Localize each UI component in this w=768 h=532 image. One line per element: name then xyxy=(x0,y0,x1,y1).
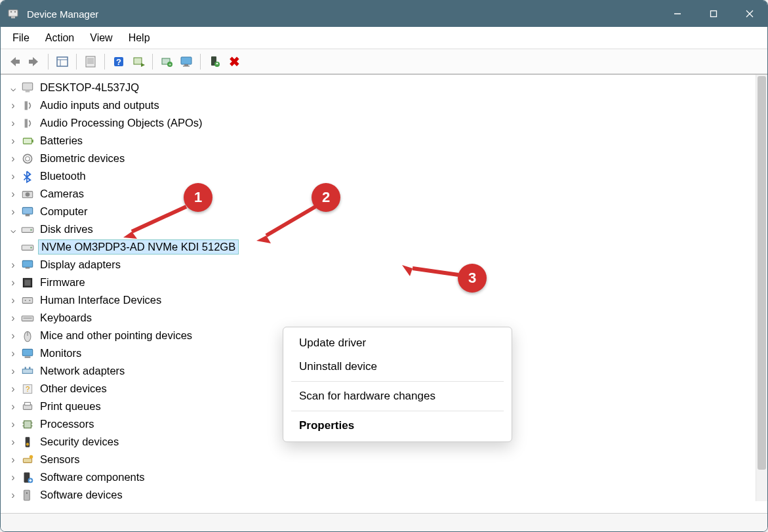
svg-rect-13 xyxy=(86,56,95,67)
category-node[interactable]: Batteries xyxy=(7,132,765,150)
svg-rect-50 xyxy=(22,297,32,303)
chevron-right-icon[interactable] xyxy=(7,312,19,324)
chevron-right-icon[interactable] xyxy=(7,259,19,271)
category-label: Processors xyxy=(39,417,96,431)
ctx-uninstall-device[interactable]: Uninstall device xyxy=(283,355,512,379)
category-node[interactable]: Audio inputs and outputs xyxy=(7,96,765,114)
root-node[interactable]: DESKTOP-4L537JQ xyxy=(7,79,765,96)
chevron-right-icon[interactable] xyxy=(7,135,19,147)
category-node[interactable]: Human Interface Devices xyxy=(7,291,765,309)
minimize-button[interactable] xyxy=(659,1,695,27)
category-icon xyxy=(20,169,35,184)
svg-rect-26 xyxy=(183,66,190,67)
svg-rect-25 xyxy=(184,64,188,66)
chevron-right-icon[interactable] xyxy=(7,188,19,200)
show-hide-console-button[interactable] xyxy=(52,52,72,71)
chevron-right-icon[interactable] xyxy=(7,383,19,395)
chevron-right-icon[interactable] xyxy=(7,153,19,165)
category-label: Biometric devices xyxy=(39,152,126,165)
svg-point-3 xyxy=(14,11,16,13)
category-icon xyxy=(20,293,35,308)
category-icon xyxy=(20,329,35,343)
content-pane: DESKTOP-4L537JQ Audio inputs and outputs… xyxy=(1,74,767,513)
scan-hardware-button[interactable] xyxy=(129,52,148,71)
chevron-right-icon[interactable] xyxy=(7,117,19,129)
device-nvme[interactable]: NVMe OM3PDP3-AD NVMe KDI 512GB xyxy=(7,238,765,256)
chevron-right-icon[interactable] xyxy=(7,401,19,413)
category-label: Computer xyxy=(39,205,89,218)
category-node[interactable]: Biometric devices xyxy=(7,150,765,167)
category-node[interactable]: Firmware xyxy=(7,274,765,291)
chevron-down-icon[interactable] xyxy=(7,82,19,94)
menu-action[interactable]: Action xyxy=(37,30,82,47)
category-label: Network adapters xyxy=(39,364,126,378)
category-icon xyxy=(20,364,35,379)
category-node[interactable]: Audio Processing Objects (APOs) xyxy=(7,114,765,132)
category-label: Firmware xyxy=(39,276,87,289)
disk-drive-icon xyxy=(20,240,35,255)
annotation-badge-1: 1 xyxy=(184,183,212,212)
category-node[interactable]: Cameras xyxy=(7,185,765,203)
svg-rect-49 xyxy=(25,279,31,285)
ctx-scan-changes[interactable]: Scan for hardware changes xyxy=(283,384,512,408)
category-node[interactable]: Display adapters xyxy=(7,256,765,274)
menu-view[interactable]: View xyxy=(82,30,120,47)
app-icon xyxy=(7,7,20,20)
x-icon: ✖ xyxy=(229,54,240,70)
category-node[interactable]: Software devices xyxy=(7,486,765,504)
update-driver-button[interactable]: + xyxy=(157,52,176,71)
monitor-button[interactable] xyxy=(176,52,196,71)
svg-rect-47 xyxy=(26,267,30,268)
properties-button[interactable] xyxy=(81,52,100,71)
close-button[interactable] xyxy=(731,1,767,27)
chevron-right-icon[interactable] xyxy=(7,348,19,359)
device-tree[interactable]: DESKTOP-4L537JQ Audio inputs and outputs… xyxy=(1,75,767,513)
uninstall-device-button[interactable]: ✖ xyxy=(224,52,244,71)
svg-point-45 xyxy=(30,247,32,249)
category-node[interactable]: Computer xyxy=(7,203,765,220)
chevron-right-icon[interactable] xyxy=(7,295,19,306)
toolbar-separator xyxy=(48,54,49,70)
chevron-right-icon[interactable] xyxy=(7,419,19,430)
scroll-thumb[interactable] xyxy=(758,76,766,470)
category-node[interactable]: Software components xyxy=(7,468,765,486)
chevron-down-icon[interactable] xyxy=(7,224,19,235)
category-label: Keyboards xyxy=(39,311,93,325)
category-icon xyxy=(20,276,35,290)
back-button[interactable] xyxy=(5,52,24,71)
help-button[interactable]: ? xyxy=(109,52,129,71)
svg-rect-46 xyxy=(22,260,32,267)
category-icon xyxy=(20,417,35,432)
chevron-right-icon[interactable] xyxy=(7,330,19,342)
category-label: Mice and other pointing devices xyxy=(39,329,193,342)
forward-button[interactable] xyxy=(24,52,44,71)
enable-device-button[interactable] xyxy=(205,52,224,71)
category-node[interactable]: Keyboards xyxy=(7,309,765,327)
menu-file[interactable]: File xyxy=(5,30,37,47)
chevron-right-icon[interactable] xyxy=(7,472,19,483)
chevron-right-icon[interactable] xyxy=(7,454,19,466)
chevron-right-icon[interactable] xyxy=(7,171,19,182)
chevron-right-icon[interactable] xyxy=(7,365,19,377)
ctx-properties[interactable]: Properties xyxy=(283,414,512,438)
chevron-right-icon[interactable] xyxy=(7,436,19,448)
maximize-button[interactable] xyxy=(695,1,731,27)
annotation-badge-2: 2 xyxy=(312,183,340,212)
menu-help[interactable]: Help xyxy=(121,30,158,47)
chevron-right-icon[interactable] xyxy=(7,489,19,501)
category-disk-drives[interactable]: Disk drives xyxy=(7,220,765,238)
svg-rect-66 xyxy=(24,420,31,428)
chevron-right-icon[interactable] xyxy=(7,100,19,112)
vertical-scrollbar[interactable] xyxy=(756,75,767,501)
chevron-right-icon[interactable] xyxy=(7,206,19,218)
category-label: Human Interface Devices xyxy=(39,293,163,307)
chevron-right-icon[interactable] xyxy=(7,277,19,289)
svg-marker-9 xyxy=(29,57,38,66)
svg-text:?: ? xyxy=(26,385,30,393)
svg-rect-40 xyxy=(22,207,32,214)
context-separator xyxy=(291,381,504,382)
svg-rect-24 xyxy=(181,57,192,64)
category-node[interactable]: Bluetooth xyxy=(7,167,765,185)
ctx-update-driver[interactable]: Update driver xyxy=(283,331,512,355)
category-node[interactable]: Sensors xyxy=(7,451,765,468)
